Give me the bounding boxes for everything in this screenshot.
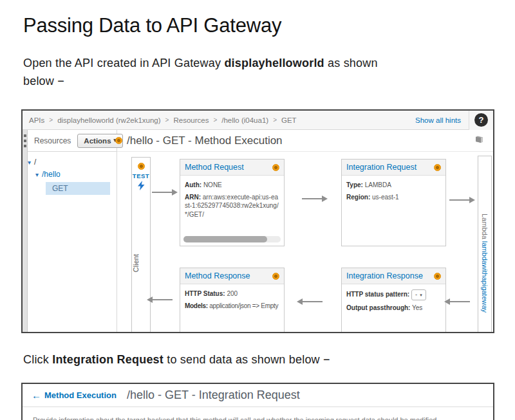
arn-label: ARN: <box>185 194 201 201</box>
method-request-header: Method Request <box>180 160 284 176</box>
console-body: ▾ / ▾ /hello GET TEST Client <box>28 152 493 332</box>
integration-request-title-bar: ← Method Execution /hello - GET - Integr… <box>23 384 493 407</box>
arrow-left-icon: ← <box>32 390 41 400</box>
breadcrumb-apis[interactable]: APIs <box>29 116 44 124</box>
models-value: application/json => Empty <box>209 302 278 309</box>
scrollbar-thumb[interactable] <box>183 236 267 242</box>
breadcrumb-separator: > <box>165 116 169 123</box>
type-value: LAMBDA <box>365 181 391 188</box>
region-label: Region: <box>346 194 370 201</box>
arrow-left-icon <box>449 301 470 302</box>
breadcrumb-resource-path[interactable]: /hello (i04ua1) <box>221 116 268 124</box>
caret-down-icon: ▾ <box>28 159 31 166</box>
status-pattern-value: - <box>415 291 417 299</box>
auth-value: NONE <box>203 181 222 188</box>
method-execution-screenshot: APIs > displayhelloworld (rw2ek1xung) > … <box>21 109 494 333</box>
integration-request-screenshot: ← Method Execution /hello - GET - Integr… <box>21 383 494 420</box>
lambda-function-link[interactable]: lambdawithapigateway <box>481 241 489 313</box>
click-text-pre: Click <box>23 353 52 366</box>
method-request-box: Method Request Auth: NONE ARN: arn:aws:e… <box>180 159 285 246</box>
status-dot-icon <box>115 137 122 144</box>
arrow-right-icon <box>302 198 323 199</box>
method-request-link[interactable]: Method Request <box>185 163 244 172</box>
actions-button-label: Actions <box>84 137 111 145</box>
horizontal-scrollbar[interactable] <box>183 236 281 242</box>
integration-response-box: Integration Response HTTP status pattern… <box>341 268 446 333</box>
breadcrumb-api-name[interactable]: displayhelloworld (rw2ek1xung) <box>57 116 160 124</box>
integration-response-content: HTTP status pattern: -▾ Output passthrou… <box>342 284 445 320</box>
status-pattern-dropdown[interactable]: -▾ <box>411 289 426 300</box>
breadcrumb-resources[interactable]: Resources <box>173 116 209 124</box>
tree-hello-label: /hello <box>42 170 61 179</box>
auth-label: Auth: <box>185 181 201 188</box>
status-dot-icon <box>434 273 441 280</box>
resources-label: Resources <box>34 136 71 145</box>
breadcrumb-separator: > <box>213 116 217 123</box>
caret-down-icon: ▾ <box>35 171 39 178</box>
show-all-hints-link[interactable]: Show all hints <box>415 116 461 124</box>
method-response-content: HTTP Status: 200 Models: application/jso… <box>180 284 284 318</box>
breadcrumb-method-get[interactable]: GET <box>281 116 297 124</box>
intro-paragraph: Open the API created in API Gateway disp… <box>23 54 391 90</box>
breadcrumb-separator: > <box>273 116 277 123</box>
docs-book-icon[interactable] <box>474 135 484 147</box>
http-status-label: HTTP Status: <box>185 290 225 297</box>
method-response-link[interactable]: Method Response <box>185 271 250 280</box>
method-request-content: Auth: NONE ARN: arn:aws:execute-api:us-e… <box>180 176 284 227</box>
integration-hint-text: Provide information about the target bac… <box>23 407 493 420</box>
arrow-right-icon <box>152 192 173 193</box>
panel-resize-handle[interactable] <box>23 130 28 332</box>
intro-text-pre: Open the API created in API Gateway <box>23 57 224 69</box>
toolbar: Resources Actions ▾ /hello - GET - Metho… <box>23 130 493 152</box>
page-title: Passing Data to API Gateway <box>23 14 281 37</box>
tree-item-hello[interactable]: ▾ /hello <box>28 170 117 179</box>
back-to-method-execution-link[interactable]: ← Method Execution <box>32 390 117 400</box>
status-dot-icon <box>434 164 441 171</box>
integration-request-box: Integration Request Type: LAMBDA Region:… <box>341 159 446 246</box>
resources-panel-header: Resources Actions ▾ <box>28 130 117 152</box>
api-name-bold: displayhelloworld <box>224 57 324 69</box>
resources-tree: ▾ / ▾ /hello GET <box>28 152 117 332</box>
tree-item-root[interactable]: ▾ / <box>28 158 117 167</box>
tree-root-label: / <box>34 158 36 167</box>
chevron-down-icon: ▾ <box>420 292 422 298</box>
integration-response-header: Integration Response <box>342 268 445 284</box>
method-execution-canvas: TEST Client Method Request Auth: NONE AR… <box>117 152 493 332</box>
lambda-prefix: Lambda <box>481 214 489 241</box>
integration-request-bold: Integration Request <box>52 353 164 366</box>
arrow-right-icon <box>449 199 470 201</box>
integration-response-link[interactable]: Integration Response <box>346 271 423 280</box>
status-dot-icon <box>138 163 145 170</box>
click-text-post: to send data as shown below − <box>164 353 330 366</box>
status-dot-icon <box>272 164 279 171</box>
tree-item-get[interactable]: GET <box>46 182 110 195</box>
lambda-column-label: Lambda lambdawithapigateway <box>481 175 489 313</box>
lambda-column: Lambda lambdawithapigateway <box>478 156 492 332</box>
models-label: Models: <box>185 302 208 309</box>
help-cell: ? <box>469 111 493 130</box>
arrow-left-icon <box>302 301 323 302</box>
method-response-header: Method Response <box>180 268 284 284</box>
back-link-label: Method Execution <box>44 390 117 400</box>
integration-request-link[interactable]: Integration Request <box>346 163 417 172</box>
passthrough-value: Yes <box>412 304 422 311</box>
method-response-box: Method Response HTTP Status: 200 Models:… <box>180 268 285 333</box>
integration-request-content: Type: LAMBDA Region: us-east-1 <box>342 176 445 210</box>
status-pattern-label: HTTP status pattern: <box>346 291 409 298</box>
arrow-left-icon <box>152 299 173 300</box>
passthrough-label: Output passthrough: <box>346 304 410 311</box>
integration-request-header: Integration Request <box>342 160 445 176</box>
client-label: Client <box>132 254 150 272</box>
click-paragraph: Click Integration Request to send data a… <box>23 351 474 369</box>
method-execution-title-bar: /hello - GET - Method Execution <box>117 130 493 152</box>
status-dot-icon <box>272 273 279 280</box>
integration-request-title: /hello - GET - Integration Request <box>127 388 300 402</box>
http-status-value: 200 <box>227 290 238 297</box>
lightning-bolt-icon[interactable] <box>138 181 145 193</box>
method-execution-title: /hello - GET - Method Execution <box>127 134 283 147</box>
help-icon[interactable]: ? <box>474 113 488 127</box>
breadcrumb: APIs > displayhelloworld (rw2ek1xung) > … <box>23 111 493 130</box>
breadcrumb-separator: > <box>49 116 53 123</box>
test-link[interactable]: TEST <box>133 172 149 179</box>
type-label: Type: <box>346 181 363 188</box>
